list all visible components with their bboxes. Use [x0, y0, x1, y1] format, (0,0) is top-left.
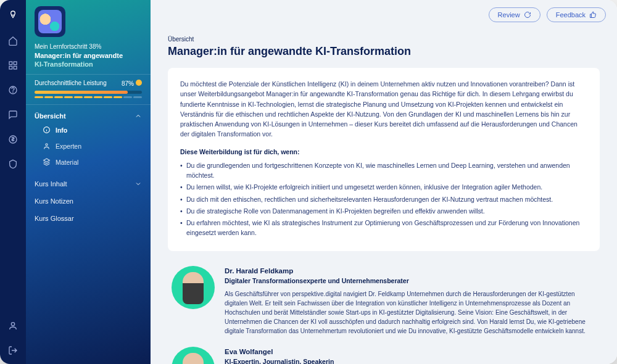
page-title: Manager:in für angewandte KI-Transformat… [168, 45, 600, 58]
subnav-material[interactable]: Material [35, 154, 142, 170]
subnav-experts[interactable]: Experten [35, 138, 142, 154]
bullet-list: Du die grundlegenden und fortgeschritten… [180, 160, 587, 238]
subnav-info[interactable]: Info [35, 122, 142, 138]
subnav-label: Experten [56, 143, 81, 150]
expert-name: Dr. Harald Feldkamp [225, 266, 596, 276]
intro-card: Du möchtest die Potenziale der Künstlich… [168, 68, 600, 251]
star-icon [136, 80, 142, 86]
logout-icon[interactable] [6, 343, 20, 358]
performance-ticks [35, 96, 142, 98]
course-illustration [35, 6, 65, 37]
chevron-up-icon [135, 112, 142, 120]
performance-block: Durchschnittliche Leistung 87% [26, 74, 151, 105]
performance-pct: 87% [122, 80, 134, 87]
link-course-glossary[interactable]: Kurs Glossar [26, 210, 151, 227]
course-sidebar: Mein Lernfortschritt 38% Manager:in für … [26, 0, 151, 364]
nav-rail [0, 0, 26, 364]
avatar [172, 347, 215, 364]
expert-name: Eva Wolfangel [225, 347, 596, 357]
for-you-heading: Diese Weiterbildung ist für dich, wenn: [180, 147, 587, 157]
expert-role: KI-Expertin, Journalistin, Speakerin [225, 357, 596, 364]
expert-role: Digitaler Transformationsexperte und Unt… [225, 276, 596, 286]
main-content[interactable]: Review Feedback Übersicht Manager:in für… [151, 0, 617, 364]
bullet-item: Du die grundlegenden und fortgeschritten… [180, 160, 587, 181]
dollar-icon[interactable] [6, 132, 20, 147]
avatar [172, 266, 215, 309]
info-icon [42, 126, 51, 134]
grid-icon[interactable] [6, 58, 20, 73]
bullet-item: Du dich mit den ethischen, rechtlichen u… [180, 194, 587, 204]
help-icon[interactable] [6, 83, 20, 97]
subnav-label: Material [56, 159, 78, 166]
svg-point-6 [13, 92, 14, 93]
svg-point-0 [11, 11, 15, 15]
layers-icon [42, 158, 51, 167]
shield-icon[interactable] [6, 157, 20, 172]
progress-label: Mein Lernfortschritt 38% [35, 43, 142, 50]
svg-point-10 [45, 144, 47, 146]
person-icon [42, 142, 51, 151]
chat-icon[interactable] [6, 107, 20, 122]
user-icon[interactable] [6, 318, 20, 333]
svg-rect-1 [9, 62, 12, 65]
expert-bio: Als Geschäftsführer von perspektive.digi… [225, 289, 596, 336]
bullet-item: Du erfahren möchtest, wie KI als strateg… [180, 218, 587, 238]
bullet-item: Du lernen willst, wie KI-Projekte erfolg… [180, 182, 587, 192]
svg-point-8 [11, 323, 14, 326]
svg-rect-2 [14, 62, 17, 65]
home-icon[interactable] [6, 33, 20, 48]
performance-label: Durchschnittliche Leistung [35, 80, 107, 86]
link-course-notes[interactable]: Kurs Notizen [26, 192, 151, 210]
logo-icon[interactable] [4, 6, 22, 23]
expert-card: Dr. Harald Feldkamp Digitaler Transforma… [168, 266, 600, 336]
svg-rect-3 [9, 66, 12, 69]
expert-card: Eva Wolfangel KI-Expertin, Journalistin,… [168, 347, 600, 364]
chevron-down-icon [135, 180, 142, 188]
intro-text: Du möchtest die Potenziale der Künstlich… [180, 79, 587, 139]
review-button[interactable]: Review [489, 7, 540, 22]
subnav-label: Info [56, 126, 67, 134]
section-overview[interactable]: Übersicht [35, 110, 142, 122]
course-title: Manager:in für angewandte KI-Transformat… [35, 51, 142, 69]
link-course-content[interactable]: Kurs Inhalt [26, 175, 151, 192]
thumbs-up-icon [589, 11, 597, 19]
svg-rect-4 [14, 66, 17, 69]
performance-bar [35, 91, 142, 94]
bullet-item: Du die strategische Rolle von Datenmanag… [180, 206, 587, 216]
feedback-button[interactable]: Feedback [547, 7, 606, 22]
breadcrumb: Übersicht [168, 36, 600, 43]
review-icon [524, 11, 531, 19]
